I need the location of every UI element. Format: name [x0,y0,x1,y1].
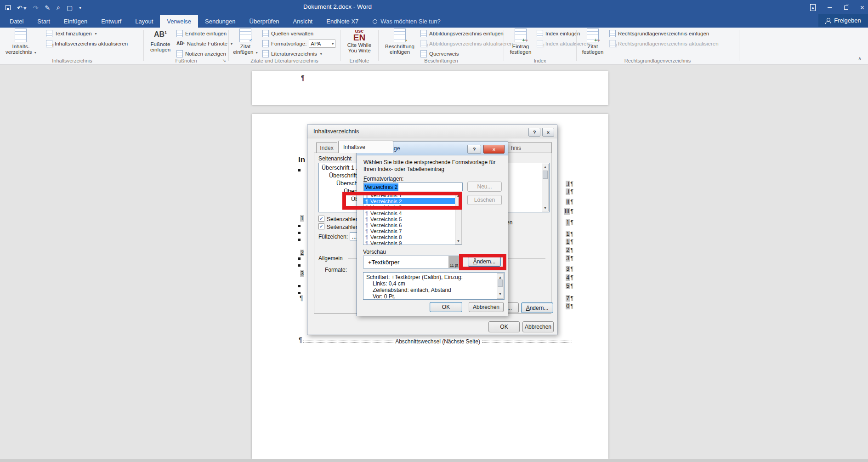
group-divider [504,30,504,61]
ribbon-tab-entwurf[interactable]: Entwurf [94,15,128,28]
ribbon-tab--berpr-fen[interactable]: Überprüfen [243,15,286,28]
undo-icon[interactable]: ↶▾ [17,4,27,11]
style-list-item[interactable]: ¶Verzeichnis 9 [363,240,462,245]
style-ok-button[interactable]: OK [430,302,462,312]
add-text-icon [46,30,52,37]
document-page-1[interactable] [252,71,608,105]
update-toc-button[interactable]: ! Inhaltsverzeichnis aktualisieren [46,40,128,47]
restore-icon[interactable] [844,6,848,10]
insert-table-of-figures-button[interactable]: Abbildungsverzeichnis einfügen [420,30,504,37]
new-document-icon[interactable]: ▢ [67,4,73,11]
insert-index-icon [537,30,543,37]
insert-citation-button[interactable]: ✓ Zitat einfügen ▾ [231,29,260,56]
list-bullet [298,232,301,234]
toc-ok-button[interactable]: OK [488,321,520,332]
insert-caption-button[interactable]: ▪ Beschriftung einfügen [382,29,418,55]
citation-label1: Zitat [240,44,250,49]
customize-qat-icon[interactable]: ▾ [79,6,81,10]
update-table-of-figures-button[interactable]: ! Abbildungsverzeichnis aktualisieren [420,40,513,47]
window-controls: ▴ × [810,0,864,15]
toc-dialog-help-icon[interactable]: ? [528,128,540,137]
style-list-item[interactable]: ¶Verzeichnis 4 [363,210,462,216]
ribbon: Inhalts- verzeichnis ▾ Text hinzufügen▾ … [0,28,868,65]
quick-access-toolbar: ↶▾ ↷ ✎ ⌕ ▢ ▾ [6,0,81,15]
paragraph-mark: ¶ [299,336,302,343]
toc-page-number: 2¶ [561,247,573,253]
next-footnote-button[interactable]: AB¹ Nächste Fußnote▾ [176,40,233,47]
mark-citation-button[interactable]: +− Zitat festlegen [579,29,607,55]
delete-style-button[interactable]: Löschen [467,195,502,205]
style-dialog-close-icon[interactable]: × [483,145,505,154]
group-label-zitate: Zitate und Literaturverzeichnis [229,58,340,63]
bibliography-button[interactable]: Literaturverzeichnis▾ [262,50,322,57]
mark-entry-button[interactable]: +− Eintrag festlegen [507,29,534,55]
cross-reference-button[interactable]: Querverweis [420,50,459,57]
save-icon[interactable] [6,5,11,10]
description-scrollbar[interactable]: ▲ ▼ [497,273,504,299]
cwyw-label2: You Write [348,48,370,53]
tab-leader-label: Füllzeichen: [318,234,348,240]
close-icon[interactable]: × [860,4,864,12]
style-list-item[interactable]: ¶Verzeichnis 6 [363,222,462,228]
tab-inhaltsverzeichnis[interactable]: Inhaltsve [338,141,393,153]
ribbon-group-zitate: ✓ Zitat einfügen ▾ Quellen verwalten For… [229,28,340,64]
style-list-item[interactable]: ¶Verzeichnis 8 [363,234,462,240]
draft-icon[interactable]: ✎ [45,4,51,11]
ribbon-tab-start[interactable]: Start [30,15,57,28]
right-align-page-numbers-checkbox[interactable]: ✓ [318,223,324,229]
ribbon-tab-sendungen[interactable]: Sendungen [198,15,243,28]
toc-dialog-close-icon[interactable]: × [542,128,554,137]
cite-while-you-write-button[interactable]: useEN Cite While You Write [345,29,374,53]
new-style-button[interactable]: Neu... [467,182,502,192]
add-text-button[interactable]: Text hinzufügen▾ [46,30,97,37]
toc-page-number: 1¶ [561,239,573,245]
ribbon-tab-einf-gen[interactable]: Einfügen [57,15,94,28]
update-table-of-authorities-button[interactable]: ! Rechtsgrundlagenverzeichnis aktualisie… [609,40,719,47]
insert-endnote-button[interactable]: Endnote einfügen [176,30,227,37]
style-list-item[interactable]: ¶Verzeichnis 5 [363,216,462,222]
style-dialog-help-icon[interactable]: ? [467,145,481,154]
bib-style-select[interactable]: APA▾ [309,40,335,48]
toc-page-number: 1¶ [561,219,573,226]
cross-reference-label: Querverweis [429,51,459,57]
style-preview-box: +Textkörper 11 pt [363,256,460,268]
update-table-of-figures-icon: ! [420,40,427,47]
style-name-input[interactable]: Verzeichnis 2 [363,183,463,191]
minimize-icon[interactable] [828,7,832,8]
style-preview-text: +Textkörper [363,256,448,268]
toc-page-number: 3¶ [561,255,573,262]
manage-sources-button[interactable]: Quellen verwalten [262,30,313,37]
insert-footnote-button[interactable]: AB1 Fußnote einfügen [147,29,174,52]
print-preview-icon[interactable]: ⌕ [57,4,60,11]
pilcrow-icon: ¶ [365,211,368,216]
insert-table-of-authorities-button[interactable]: Rechtsgrundlagenverzeichnis einfügen [609,30,709,37]
show-page-numbers-checkbox[interactable]: ✓ [318,216,324,222]
ribbon-display-options-icon[interactable]: ▴ [810,4,816,11]
next-footnote-label: Nächste Fußnote [187,41,227,46]
redo-icon[interactable]: ↷ [33,4,39,11]
toc-big-button[interactable]: Inhalts- verzeichnis ▾ [6,29,36,56]
ribbon-tab-verweise[interactable]: Verweise [160,15,198,28]
group-divider [228,30,229,61]
ribbon-tab-datei[interactable]: Datei [3,15,30,28]
tell-me-box[interactable]: Was möchten Sie tun? [365,15,440,28]
footnotes-dialog-launcher-icon[interactable]: ↘ [222,58,226,63]
show-notes-button[interactable]: Notizen anzeigen [176,50,226,57]
ribbon-tab-layout[interactable]: Layout [128,15,160,28]
ribbon-tab-endnote-x7[interactable]: EndNote X7 [319,15,365,28]
share-person-icon [825,18,831,23]
section-break-line [482,341,572,342]
style-cancel-button[interactable]: Abbrechen [469,302,504,312]
collapse-ribbon-icon[interactable]: ∧ [858,56,862,62]
ribbon-tab-ansicht[interactable]: Ansicht [286,15,320,28]
group-divider [340,30,340,61]
mark-entry-label2: festlegen [510,49,532,55]
toc-dialog-titlebar[interactable]: Inhaltsverzeichnis [307,125,557,138]
toc-modify-button[interactable]: Ändern... [521,302,553,313]
toc-cancel-button[interactable]: Abbrechen [522,321,554,332]
insert-index-button[interactable]: Index einfügen [537,30,580,37]
tab-index[interactable]: Index [316,142,337,153]
share-button[interactable]: Freigeben [818,14,868,27]
web-preview-scrollbar[interactable]: ▲ ▼ [542,164,549,211]
style-list-item[interactable]: ¶Verzeichnis 7 [363,228,462,234]
